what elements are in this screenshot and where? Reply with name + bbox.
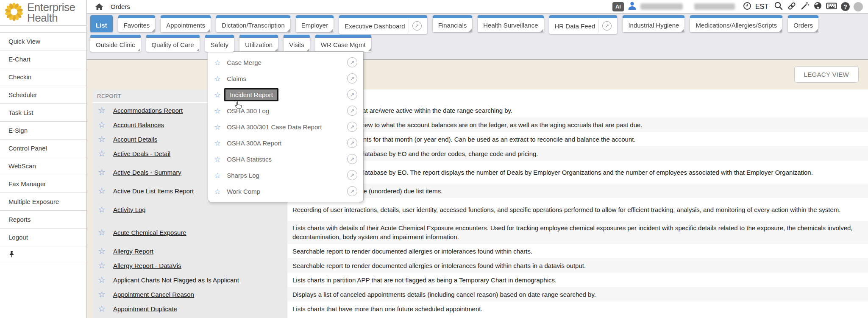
tab-utilization[interactable]: Utilization [239, 35, 278, 52]
favorite-star-icon[interactable]: ☆ [97, 105, 106, 115]
wand-icon[interactable] [800, 1, 810, 12]
report-link-accommodations-report[interactable]: Accommodations Report [113, 107, 183, 114]
favorite-star-icon[interactable]: ☆ [97, 204, 106, 215]
favorite-star-icon[interactable]: ☆ [97, 167, 106, 177]
tab-safety[interactable]: Safety [205, 35, 234, 52]
menu-item-sharps-log[interactable]: ☆Sharps Log↗ [208, 167, 363, 183]
favorite-star-icon[interactable]: ☆ [97, 304, 106, 314]
favorite-star-icon[interactable]: ☆ [214, 90, 221, 99]
tab-health-surveillance[interactable]: Health Surveillance [478, 15, 543, 32]
report-link-active-deals-summary[interactable]: Active Deals - Summary [113, 169, 181, 176]
open-in-new-icon[interactable]: ↗ [347, 57, 357, 67]
favorite-star-icon[interactable]: ☆ [214, 106, 221, 115]
tab-dictation-transcription[interactable]: Dictation/Transcription [216, 15, 290, 32]
tab-employer[interactable]: Employer [296, 15, 334, 32]
report-link-active-due-list-items-report[interactable]: Active Due List Items Report [113, 187, 194, 195]
tab-appointments[interactable]: Appointments [161, 15, 211, 32]
report-description: Recording of user interactions, details,… [287, 198, 868, 221]
favorite-star-icon[interactable]: ☆ [214, 155, 221, 164]
open-in-new-icon[interactable]: ↗ [347, 170, 357, 180]
avatar-circle[interactable] [854, 2, 863, 11]
open-in-new-icon[interactable]: ↗ [347, 186, 357, 196]
tab-orders[interactable]: Orders [788, 15, 818, 32]
report-link-active-deals-detail[interactable]: Active Deals - Detail [113, 150, 170, 157]
open-in-new-icon[interactable]: ↗ [347, 154, 357, 164]
tab-wr-case-mgmt[interactable]: WR Case Mgmt [315, 35, 371, 52]
tab-industrial-hygiene[interactable]: Industrial Hygiene [623, 15, 684, 32]
favorite-star-icon[interactable]: ☆ [97, 120, 106, 130]
favorite-star-icon[interactable]: ☆ [97, 289, 106, 299]
favorite-star-icon[interactable]: ☆ [97, 227, 106, 237]
favorite-star-icon[interactable]: ☆ [97, 134, 106, 144]
menu-item-osha-300-301-case-data-report[interactable]: ☆OSHA 300/301 Case Data Report↗ [208, 119, 363, 135]
top-right-toolbar: AI EST ? [612, 1, 868, 12]
sidebar-item-quick-view[interactable]: Quick View [0, 33, 86, 50]
user-icon[interactable] [628, 1, 637, 12]
report-link-applicant-charts-not-flagged-as-is-applicant[interactable]: Applicant Charts Not Flagged as Is Appli… [113, 276, 239, 284]
tab-hr-data-feed[interactable]: HR Data Feed↗ [549, 15, 618, 34]
tab-outside-clinic[interactable]: Outside Clinic [90, 35, 141, 52]
sidebar-item-logout[interactable]: Logout [0, 229, 86, 246]
menu-item-work-comp[interactable]: ☆Work Comp↗ [208, 183, 363, 199]
favorite-star-icon[interactable]: ☆ [214, 139, 221, 148]
search-icon[interactable] [774, 1, 783, 12]
favorite-star-icon[interactable]: ☆ [97, 246, 106, 256]
favorite-star-icon[interactable]: ☆ [214, 74, 221, 83]
home-icon[interactable] [95, 3, 104, 11]
menu-item-case-merge[interactable]: ☆Case Merge↗ [208, 54, 363, 70]
sidebar-item-multiple-exposure[interactable]: Multiple Exposure [0, 193, 86, 211]
report-link-acute-chemical-exposure[interactable]: Acute Chemical Exposure [113, 229, 186, 236]
menu-item-osha-300-log[interactable]: ☆OSHA 300 Log↗ [208, 103, 363, 119]
sidebar-item-e-sign[interactable]: E-Sign [0, 122, 86, 139]
menu-item-incident-report[interactable]: ☆Incident Report↗ [208, 86, 363, 103]
keyboard-icon[interactable] [826, 2, 837, 12]
tab-list[interactable]: List [90, 15, 113, 32]
open-in-new-icon[interactable]: ↗ [347, 73, 357, 84]
external-link-icon[interactable]: ↗ [412, 21, 422, 31]
tab-favorites[interactable]: Favorites [118, 15, 156, 32]
report-link-allergy-report[interactable]: Allergy Report [113, 248, 153, 255]
globe-icon[interactable] [813, 1, 822, 12]
menu-item-osha-300a-report[interactable]: ☆OSHA 300A Report↗ [208, 135, 363, 151]
tab-quality-of-care[interactable]: Quality of Care [146, 35, 200, 52]
sidebar-item-e-chart[interactable]: E-Chart [0, 50, 86, 68]
menu-item-claims[interactable]: ☆Claims↗ [208, 70, 363, 86]
favorite-star-icon[interactable]: ☆ [214, 171, 221, 180]
sidebar-item-scheduler[interactable]: Scheduler [0, 86, 86, 104]
sidebar-item-control-panel[interactable]: Control Panel [0, 139, 86, 157]
favorite-star-icon[interactable]: ☆ [97, 260, 106, 271]
help-icon[interactable]: ? [841, 2, 850, 11]
open-in-new-icon[interactable]: ↗ [347, 106, 357, 116]
sidebar-item-webscan[interactable]: WebScan [0, 157, 86, 175]
sidebar-item-fax-manager[interactable]: Fax Manager [0, 175, 86, 193]
sidebar-item-checkin[interactable]: Checkin [0, 68, 86, 86]
favorite-star-icon[interactable]: ☆ [214, 58, 221, 67]
external-link-icon[interactable]: ↗ [602, 21, 612, 31]
open-in-new-icon[interactable]: ↗ [347, 122, 357, 132]
link-icon[interactable] [787, 1, 796, 12]
report-link-appointment-duplicate[interactable]: Appointment Duplicate [113, 305, 177, 312]
report-link-account-details[interactable]: Account Details [113, 136, 157, 143]
tab-visits[interactable]: Visits [284, 35, 310, 52]
favorite-star-icon[interactable]: ☆ [214, 187, 221, 196]
sidebar-item-reports[interactable]: Reports [0, 211, 86, 229]
tab-executive-dashboard[interactable]: Executive Dashboard↗ [339, 15, 427, 34]
menu-item-osha-statistics[interactable]: ☆OSHA Statistics↗ [208, 151, 363, 167]
favorite-star-icon[interactable]: ☆ [97, 148, 106, 159]
report-link-activity-log[interactable]: Activity Log [113, 206, 146, 213]
ai-badge[interactable]: AI [612, 2, 624, 11]
report-link-account-balances[interactable]: Account Balances [113, 121, 164, 128]
legacy-view-button[interactable]: LEGACY VIEW [794, 66, 859, 83]
open-in-new-icon[interactable]: ↗ [347, 138, 357, 148]
favorite-star-icon[interactable]: ☆ [97, 186, 106, 196]
favorite-star-icon[interactable]: ☆ [214, 123, 221, 131]
report-link-appointment-cancel-reason[interactable]: Appointment Cancel Reason [113, 291, 194, 298]
sidebar-pin-button[interactable] [0, 246, 86, 264]
tab-medications-allergies-scripts[interactable]: Medications/Allergies/Scripts [690, 15, 782, 32]
tab-financials[interactable]: Financials [433, 15, 473, 32]
sidebar-item-task-list[interactable]: Task List [0, 104, 86, 122]
favorite-star-icon[interactable]: ☆ [97, 275, 106, 285]
clock-icon[interactable] [743, 2, 751, 12]
open-in-new-icon[interactable]: ↗ [347, 89, 357, 100]
report-link-allergy-report-datavis[interactable]: Allergy Report - DataVis [113, 262, 181, 269]
